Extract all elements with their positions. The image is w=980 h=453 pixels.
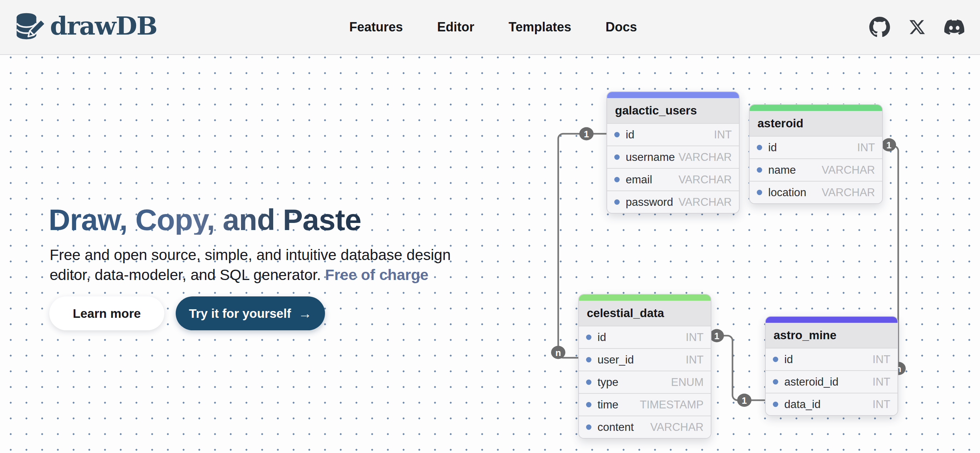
- arrow-right-icon: →: [298, 307, 312, 320]
- cta-row: Learn more Try it for yourself →: [49, 296, 325, 330]
- table-accent-strip: [749, 105, 882, 111]
- field-dot-icon: [757, 145, 762, 150]
- field-name: username: [626, 151, 675, 164]
- drawdb-logo-icon: [14, 8, 44, 46]
- brand-name: drawDB: [50, 14, 157, 41]
- field-type: INT: [857, 141, 875, 154]
- table-asteroid[interactable]: asteroid id INT name VARCHAR location VA…: [749, 104, 883, 204]
- field-dot-icon: [757, 190, 762, 195]
- cardinality-badge: 1: [579, 127, 593, 141]
- hero-subtitle-line2: editor, data-modeler, and SQL generator.: [49, 266, 321, 283]
- discord-icon: [944, 17, 964, 37]
- field-name: data_id: [784, 398, 821, 411]
- field-dot-icon: [586, 402, 592, 407]
- field-dot-icon: [614, 177, 620, 182]
- x-link[interactable]: [908, 19, 926, 36]
- field-type: INT: [872, 353, 890, 366]
- field-dot-icon: [773, 402, 778, 407]
- github-icon: [869, 17, 890, 38]
- try-it-label: Try it for yourself: [189, 306, 291, 321]
- table-header: galactic_users: [607, 98, 739, 123]
- field-type: VARCHAR: [651, 421, 703, 434]
- learn-more-button[interactable]: Learn more: [49, 296, 164, 330]
- field-type: INT: [872, 398, 890, 411]
- table-row: username VARCHAR: [607, 146, 739, 168]
- github-link[interactable]: [869, 17, 890, 38]
- x-icon: [908, 19, 926, 36]
- table-name: astro_mine: [773, 328, 837, 342]
- field-name: asteroid_id: [784, 375, 838, 388]
- table-astro-mine[interactable]: astro_mine id INT asteroid_id INT data_i…: [765, 316, 898, 416]
- field-name: name: [768, 164, 796, 177]
- table-row: id INT: [607, 123, 739, 146]
- field-type: INT: [686, 353, 703, 366]
- field-name: id: [598, 331, 606, 344]
- field-name: user_id: [598, 353, 634, 366]
- field-dot-icon: [586, 357, 592, 363]
- social-links: [869, 0, 964, 54]
- field-dot-icon: [586, 380, 592, 385]
- table-row: location VARCHAR: [749, 181, 882, 203]
- table-accent-strip: [607, 92, 739, 98]
- table-row: time TIMESTAMP: [579, 393, 711, 415]
- table-name: galactic_users: [615, 104, 697, 117]
- field-name: location: [768, 186, 807, 199]
- field-type: INT: [872, 375, 890, 388]
- table-row: id INT: [749, 136, 882, 158]
- field-dot-icon: [773, 357, 778, 362]
- table-row: id INT: [766, 348, 897, 370]
- field-dot-icon: [614, 200, 620, 205]
- field-type: VARCHAR: [679, 196, 732, 209]
- field-name: email: [626, 173, 652, 186]
- free-of-charge-label: Free of charge: [325, 266, 428, 283]
- field-type: INT: [714, 128, 732, 141]
- field-name: password: [626, 196, 673, 209]
- cardinality-badge: 1: [882, 138, 896, 152]
- table-header: astro_mine: [766, 323, 897, 348]
- field-name: time: [598, 398, 619, 411]
- page-title: Draw, Copy, and Paste: [49, 205, 361, 235]
- cardinality-badge: 1: [710, 329, 724, 342]
- table-row: id INT: [579, 326, 711, 348]
- table-row: name VARCHAR: [749, 158, 882, 181]
- cardinality-badge: n: [551, 346, 565, 359]
- field-dot-icon: [773, 379, 778, 385]
- table-galactic-users[interactable]: galactic_users id INT username VARCHAR e…: [606, 91, 740, 214]
- main-nav: Features Editor Templates Docs: [349, 0, 637, 54]
- field-type: INT: [686, 331, 703, 344]
- table-row: password VARCHAR: [607, 190, 739, 213]
- nav-link-docs[interactable]: Docs: [605, 20, 637, 35]
- top-navbar: drawDB Features Editor Templates Docs: [0, 0, 980, 55]
- table-name: celestial_data: [587, 306, 664, 320]
- table-header: celestial_data: [579, 301, 711, 326]
- field-dot-icon: [586, 424, 592, 430]
- hero-subtitle-line1: Free and open source, simple, and intuit…: [49, 247, 451, 263]
- discord-link[interactable]: [944, 17, 964, 37]
- table-row: type ENUM: [579, 371, 711, 393]
- table-header: asteroid: [749, 111, 882, 136]
- table-name: asteroid: [757, 117, 803, 130]
- field-dot-icon: [614, 132, 620, 137]
- table-row: asteroid_id INT: [766, 370, 897, 393]
- field-name: id: [784, 353, 793, 366]
- field-type: VARCHAR: [679, 173, 732, 186]
- try-it-button[interactable]: Try it for yourself →: [176, 296, 325, 330]
- table-row: user_id INT: [579, 348, 711, 371]
- field-dot-icon: [757, 167, 762, 173]
- cardinality-badge: 1: [737, 394, 751, 407]
- field-name: id: [626, 128, 634, 141]
- drawdb-logo[interactable]: drawDB: [14, 0, 157, 54]
- table-row: data_id INT: [766, 393, 897, 415]
- table-row: content VARCHAR: [579, 415, 711, 438]
- table-accent-strip: [579, 295, 711, 301]
- nav-link-features[interactable]: Features: [349, 20, 403, 35]
- field-name: type: [598, 376, 619, 389]
- nav-link-editor[interactable]: Editor: [437, 20, 474, 35]
- field-type: VARCHAR: [822, 164, 875, 177]
- table-celestial-data[interactable]: celestial_data id INT user_id INT type E…: [578, 294, 711, 439]
- nav-link-templates[interactable]: Templates: [509, 20, 571, 35]
- field-type: TIMESTAMP: [640, 398, 703, 411]
- hero-subtitle: Free and open source, simple, and intuit…: [49, 245, 451, 285]
- field-type: VARCHAR: [679, 151, 732, 164]
- field-dot-icon: [586, 334, 592, 340]
